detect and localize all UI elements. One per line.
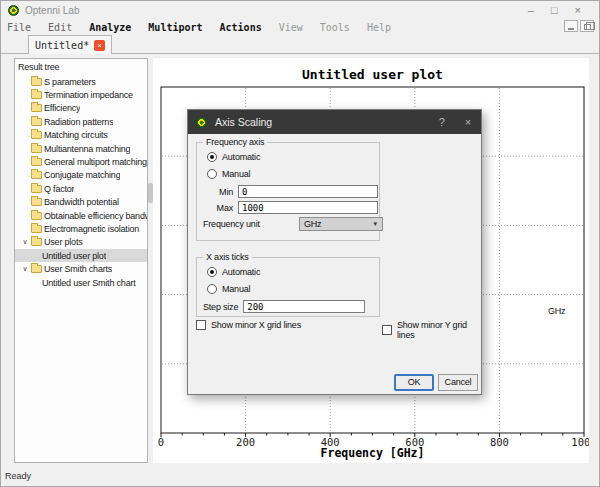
tree-item[interactable]: Untitled user plot — [15, 249, 147, 262]
radio-label: Manual — [222, 169, 250, 179]
help-icon[interactable]: ? — [439, 116, 445, 128]
tree-item[interactable]: Efficiency — [15, 102, 147, 115]
icon-spacer — [31, 279, 42, 287]
close-icon[interactable]: × — [465, 116, 471, 128]
step-size-input[interactable] — [243, 300, 365, 313]
chevron-down-icon[interactable]: ∨ — [19, 265, 31, 273]
tab-close-icon[interactable]: × — [94, 40, 105, 51]
folder-icon — [31, 118, 42, 126]
radio-selected-icon[interactable] — [207, 152, 217, 162]
tree-item-label: Radiation patterns — [44, 117, 113, 127]
dialog-title: Axis Scaling — [215, 116, 272, 128]
menu-item-actions[interactable]: Actions — [218, 22, 264, 33]
max-label: Max — [201, 203, 233, 213]
radio-icon[interactable] — [207, 284, 217, 294]
chevron-down-icon: ▼ — [372, 221, 378, 227]
menu-item-help[interactable]: Help — [365, 22, 393, 33]
tree-item-label: Untitled user Smith chart — [42, 278, 136, 288]
menu-item-tools[interactable]: Tools — [318, 22, 352, 33]
tree-item[interactable]: Electromagnetic isolation — [15, 222, 147, 235]
window-title: Optenni Lab — [25, 5, 80, 16]
radio-icon[interactable] — [207, 169, 217, 179]
show-minor-x-grid-checkbox[interactable]: Show minor X grid lines — [196, 320, 301, 330]
folder-icon — [31, 145, 42, 153]
max-input[interactable] — [238, 201, 378, 214]
folder-icon — [31, 198, 42, 206]
menu-item-edit[interactable]: Edit — [46, 22, 74, 33]
tree-item[interactable]: Untitled user Smith chart — [15, 276, 147, 289]
tree-item[interactable]: Conjugate matching — [15, 169, 147, 182]
selected-unit: GHz — [304, 219, 321, 229]
menu-item-analyze[interactable]: Analyze — [87, 22, 133, 33]
show-minor-y-grid-checkbox[interactable]: Show minor Y grid lines — [382, 320, 481, 340]
menu-item-multiport[interactable]: Multiport — [146, 22, 204, 33]
frequency-manual-option[interactable]: Manual — [207, 169, 250, 179]
radio-label: Automatic — [222, 152, 260, 162]
ticks-manual-option[interactable]: Manual — [207, 284, 250, 294]
tree-item[interactable]: General multiport matching — [15, 155, 147, 168]
frequency-unit-label: Frequency unit — [203, 219, 260, 229]
folder-icon — [31, 212, 42, 220]
tree-item[interactable]: ∨User Smith charts — [15, 262, 147, 275]
tree-item[interactable]: ∨User plots — [15, 236, 147, 249]
title-bar: Optenni Lab – □ × — [1, 1, 599, 19]
svg-text:1000: 1000 — [571, 436, 589, 448]
tree-item[interactable]: Q factor — [15, 182, 147, 195]
tree-item-label: User plots — [44, 237, 83, 247]
radio-selected-icon[interactable] — [207, 267, 217, 277]
folder-icon — [31, 265, 42, 273]
mdi-controls — [564, 20, 594, 32]
minimize-icon[interactable]: – — [528, 4, 534, 16]
frequency-automatic-option[interactable]: Automatic — [207, 152, 260, 162]
ticks-automatic-option[interactable]: Automatic — [207, 267, 260, 277]
folder-icon — [31, 238, 42, 246]
app-logo-icon — [8, 5, 19, 16]
minimize-icon — [568, 28, 574, 30]
tree-item-label: S parameters — [44, 77, 96, 87]
app-logo-icon — [196, 117, 207, 128]
window-controls: – □ × — [528, 4, 581, 16]
cancel-button[interactable]: Cancel — [438, 374, 478, 391]
close-icon[interactable]: × — [575, 4, 581, 16]
min-input[interactable] — [238, 185, 378, 198]
frequency-unit-row: Frequency unit GHz ▼ — [203, 219, 375, 229]
ok-button[interactable]: OK — [394, 374, 434, 391]
tree-item[interactable]: Obtainable efficiency bandwi··· — [15, 209, 147, 222]
max-row: Max — [201, 201, 378, 214]
checkbox-icon[interactable] — [196, 320, 206, 330]
folder-icon — [31, 104, 42, 112]
mdi-restore-button[interactable] — [580, 20, 594, 32]
svg-text:Frequency [GHz]: Frequency [GHz] — [321, 446, 425, 460]
menu-item-view[interactable]: View — [277, 22, 305, 33]
tree-item[interactable]: Bandwidth potential — [15, 196, 147, 209]
folder-icon — [31, 78, 42, 86]
maximize-icon[interactable]: □ — [551, 4, 558, 16]
checkbox-icon[interactable] — [382, 325, 392, 335]
frequency-axis-group: Frequency axis Automatic Manual Min Max … — [196, 142, 380, 241]
tree-item[interactable]: Multiantenna matching — [15, 142, 147, 155]
frequency-unit-select[interactable]: GHz ▼ — [299, 217, 383, 231]
group-legend: Frequency axis — [203, 137, 267, 147]
tree-item[interactable]: Termination impedance — [15, 88, 147, 101]
menu-item-file[interactable]: File — [5, 22, 33, 33]
restore-icon — [584, 24, 591, 30]
tree-item-label: Untitled user plot — [42, 251, 106, 261]
result-tree-panel: Result tree S parametersTermination impe… — [14, 58, 148, 463]
step-size-label: Step size — [203, 302, 238, 312]
tree-item-label: Termination impedance — [44, 90, 133, 100]
mdi-minimize-button[interactable] — [564, 20, 578, 32]
folder-icon — [31, 131, 42, 139]
tab-untitled[interactable]: Untitled* × — [28, 35, 112, 54]
tree-item[interactable]: Radiation patterns — [15, 115, 147, 128]
svg-text:200: 200 — [236, 436, 255, 448]
folder-icon — [31, 91, 42, 99]
status-text: Ready — [5, 471, 31, 481]
chevron-down-icon[interactable]: ∨ — [19, 238, 31, 246]
tree-item[interactable]: Matching circuits — [15, 129, 147, 142]
step-size-row: Step size — [203, 300, 365, 313]
tree-item[interactable]: S parameters — [15, 75, 147, 88]
folder-icon — [31, 225, 42, 233]
dialog-title-bar[interactable]: Axis Scaling ? × — [188, 110, 481, 134]
x-axis-ticks-group: X axis ticks Automatic Manual Step size — [196, 257, 380, 317]
axis-scaling-dialog: Axis Scaling ? × Frequency axis Automati… — [187, 109, 482, 395]
